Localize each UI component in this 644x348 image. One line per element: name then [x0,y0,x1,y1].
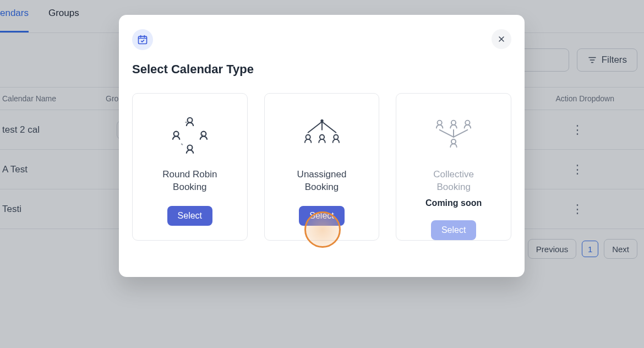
svg-point-11 [173,132,178,137]
svg-line-16 [322,122,336,133]
close-button[interactable] [492,29,511,49]
coming-soon-label: Coming soon [425,198,482,208]
svg-point-27 [451,139,456,144]
round-robin-icon [165,112,215,156]
calendar-check-icon [132,29,153,50]
select-calendar-type-modal: Select Calendar Type Round RobinBooking … [119,15,525,277]
svg-point-19 [319,135,324,139]
svg-rect-3 [139,36,147,44]
close-icon [497,35,506,44]
collective-icon [429,112,478,156]
select-round-robin-button[interactable]: Select [167,206,212,226]
card-round-robin: Round RobinBooking Select [132,93,248,241]
calendar-type-cards: Round RobinBooking Select UnassignedBook… [132,93,511,241]
svg-point-22 [451,121,456,125]
svg-point-20 [334,135,338,139]
select-collective-button: Select [431,220,476,240]
card-collective: CollectiveBooking Coming soon Select [396,93,511,241]
svg-line-26 [454,130,467,137]
svg-point-18 [305,135,310,139]
svg-line-15 [308,122,321,133]
card-label: Round RobinBooking [162,168,217,194]
svg-point-13 [187,145,192,150]
svg-point-17 [321,120,323,122]
svg-point-23 [465,121,470,125]
unassigned-icon [297,112,347,156]
card-unassigned: UnassignedBooking Select [264,93,380,241]
card-label: CollectiveBooking [433,168,474,194]
card-label: UnassignedBooking [297,168,347,194]
svg-point-12 [201,132,206,137]
svg-line-24 [440,130,454,137]
svg-point-10 [187,118,192,123]
svg-point-9 [177,122,203,147]
svg-point-21 [438,121,442,125]
select-unassigned-button[interactable]: Select [299,206,344,226]
modal-title: Select Calendar Type [132,62,254,77]
